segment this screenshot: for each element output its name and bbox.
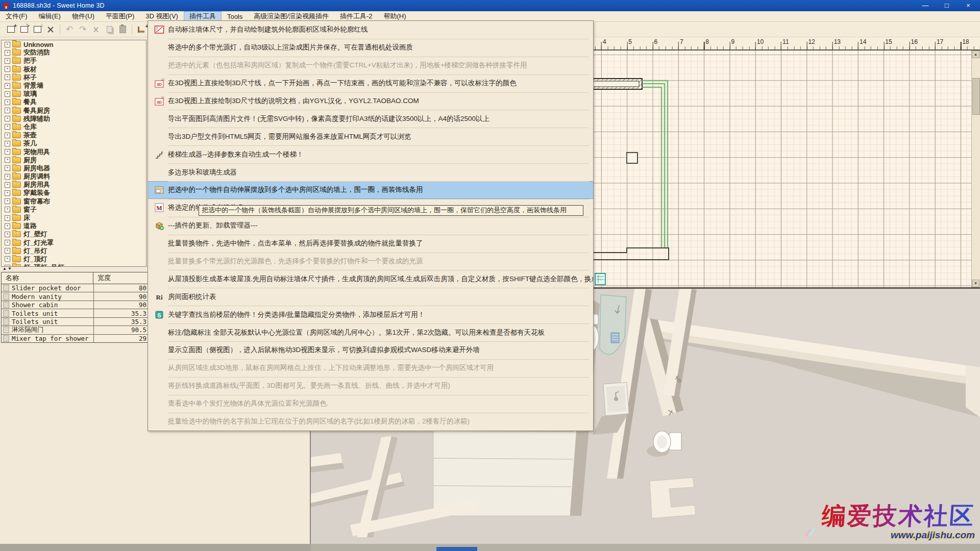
table-row[interactable]: Modern vanity90: [2, 292, 149, 300]
expand-icon[interactable]: +: [5, 91, 10, 97]
expand-icon[interactable]: +: [5, 74, 10, 80]
menubar-item-tools[interactable]: Tools: [222, 11, 248, 21]
tree-item[interactable]: +背景墙: [2, 82, 146, 90]
expand-icon[interactable]: +: [5, 116, 10, 121]
plugin-menu-item-22[interactable]: 查看选中单个发灯光物体的具体光源位置和光源颜色.: [148, 395, 593, 413]
expand-icon[interactable]: +: [5, 141, 10, 146]
table-row[interactable]: Shower cabin90: [2, 301, 149, 309]
plugin-menu-item-15[interactable]: 从屋顶投影生成基本坡屋顶.先用自动标注墙体尺寸插件，生成房顶的房间区域,生成后双…: [148, 270, 593, 288]
plan-wall-top[interactable]: [586, 79, 642, 89]
expand-icon[interactable]: +: [5, 248, 10, 254]
redo-icon[interactable]: [76, 23, 89, 36]
plugin-menu-item-19[interactable]: 显示立面图（侧视图），进入后鼠标拖动3D视图来显示，可切换到虚拟参观模式WASD…: [148, 341, 593, 359]
tree-item[interactable]: +杯子: [2, 73, 146, 82]
table-row[interactable]: Toilets unit35.3: [2, 318, 149, 326]
expand-icon[interactable]: +: [5, 240, 10, 245]
tree-item[interactable]: +玻璃: [2, 90, 146, 98]
plugin-menu-item-12[interactable]: ---插件的更新、卸载管理器---: [148, 217, 593, 235]
scroll-up-icon[interactable]: ▲: [972, 51, 979, 58]
plan-wall-bottom[interactable]: [586, 248, 669, 260]
menubar-item-advanced-render[interactable]: 高级渲染图/渲染视频插件: [248, 11, 334, 21]
open-icon[interactable]: [17, 23, 31, 36]
tree-item[interactable]: +餐具: [2, 98, 146, 106]
tree-item[interactable]: +灯_顶灯: [2, 255, 146, 263]
splitter-arrows[interactable]: ▲▼: [3, 266, 13, 271]
expand-icon[interactable]: +: [5, 207, 10, 212]
column-header[interactable]: 名称: [2, 272, 93, 284]
splitter-up-icon[interactable]: ▲: [3, 266, 8, 271]
plugin-menu-item-13[interactable]: 批量替换物件，先选中物件，点击本菜单，然后再选择要替换成的物件就批量替换了: [148, 235, 593, 253]
tree-item[interactable]: +厨房电器: [2, 164, 146, 172]
tree-item[interactable]: +厨房用具: [2, 181, 146, 189]
expand-icon[interactable]: +: [5, 99, 10, 105]
preferences-icon[interactable]: [44, 23, 57, 36]
tree-item[interactable]: +穿戴装备: [2, 189, 146, 197]
expand-icon[interactable]: +: [5, 223, 10, 229]
expand-icon[interactable]: +: [5, 66, 10, 72]
menubar-item-plan[interactable]: 平面图(P): [100, 11, 140, 21]
plan-label[interactable]: [595, 273, 605, 285]
tree-item[interactable]: +厨房调料: [2, 172, 146, 181]
splitter-down-icon[interactable]: ▼: [8, 266, 13, 271]
table-row[interactable]: 淋浴隔间门90.5: [2, 326, 149, 334]
menubar-item-furniture[interactable]: 物件(U): [66, 11, 100, 21]
menubar-item-plugin-tools[interactable]: 插件工具: [184, 11, 222, 21]
scrollbar-thumb[interactable]: [972, 78, 980, 115]
expand-icon[interactable]: +: [5, 133, 10, 138]
expand-icon[interactable]: +: [5, 190, 10, 196]
tree-item[interactable]: +灯_灯光罩: [2, 239, 146, 247]
plugin-menu-item-2[interactable]: 将选中的多个带光源灯，自动3级以上渲染成图片并保存。可在普通相机处设画质: [148, 39, 593, 57]
expand-icon[interactable]: +: [5, 50, 10, 56]
expand-icon[interactable]: +: [5, 232, 10, 237]
maximize-button[interactable]: □: [942, 0, 951, 11]
paste-icon[interactable]: [116, 23, 129, 36]
tree-item[interactable]: +把手: [2, 57, 146, 65]
expand-icon[interactable]: +: [5, 157, 10, 163]
tree-item[interactable]: +茶几: [2, 139, 146, 147]
expand-icon[interactable]: +: [5, 215, 10, 221]
expand-icon[interactable]: +: [5, 174, 10, 180]
plugin-menu-item-18[interactable]: 标注/隐藏标注 全部天花板默认中心光源位置（房间区域的几何中心）。第1次开，第2…: [148, 323, 593, 341]
menubar-item-edit[interactable]: 编辑(E): [33, 11, 66, 21]
expand-icon[interactable]: +: [5, 124, 10, 130]
plugin-menu-item-9[interactable]: 多边形块和玻璃生成器: [148, 163, 593, 181]
tree-item[interactable]: +床: [2, 214, 146, 222]
tree-item[interactable]: +厨房: [2, 156, 146, 164]
plan-selected-walls[interactable]: [642, 81, 668, 248]
plugin-menu-item-14[interactable]: 批量替换多个带光源灯的光源颜色，先选择多个要替换的灯物件和一个要改成的光源: [148, 253, 593, 270]
expand-icon[interactable]: +: [5, 108, 10, 113]
menubar-item-file[interactable]: 文件(F): [0, 11, 33, 21]
expand-icon[interactable]: +: [5, 256, 10, 262]
tree-item[interactable]: +残障辅助: [2, 115, 146, 123]
plugin-menu-item-10[interactable]: 把选中的一个物件自动伸展摆放到多个选中房间区域的墙上，围一圈，画装饰线条用: [148, 181, 593, 199]
plan-column[interactable]: [627, 153, 638, 163]
new-home-icon[interactable]: [4, 23, 17, 36]
table-row[interactable]: Toilets unit35.3: [2, 309, 149, 317]
tree-item[interactable]: +茶壶: [2, 131, 146, 139]
tree-item[interactable]: +宠物用具: [2, 147, 146, 156]
tree-item[interactable]: +道路: [2, 222, 146, 230]
tree-item[interactable]: +灯_吊灯: [2, 247, 146, 255]
plugin-menu-item-8[interactable]: 楼梯生成器--选择参数来自动生成一个楼梯！: [148, 145, 593, 163]
plugin-menu-item-7[interactable]: 导出3D户型文件到HTML5网页，需要用网站服务器来放置HTML网页才可以浏览: [148, 128, 593, 145]
copy-icon[interactable]: [103, 23, 116, 36]
plugin-menu-item-4[interactable]: 3D10在3D视图上直接绘制3D尺寸线，点一下开始画，再点一下结束画，画的线可能…: [148, 74, 593, 92]
tree-item[interactable]: +板材: [2, 65, 146, 73]
expand-icon[interactable]: +: [5, 149, 10, 155]
expand-icon[interactable]: +: [5, 42, 10, 47]
cut-icon[interactable]: [89, 23, 103, 36]
plugin-menu-item-6[interactable]: 导出平面图到高清图片文件！(无需SVG中转)，像素高度要打印A3纸的话建议350…: [148, 110, 593, 128]
expand-icon[interactable]: +: [5, 198, 10, 204]
expand-icon[interactable]: +: [5, 182, 10, 188]
expand-icon[interactable]: +: [5, 165, 10, 171]
column-header[interactable]: 宽度: [93, 273, 111, 283]
expand-icon[interactable]: +: [5, 83, 10, 89]
undo-icon[interactable]: [63, 23, 76, 36]
tree-item[interactable]: +窗帘幕布: [2, 197, 146, 206]
menubar-item-help[interactable]: 帮助(H): [378, 11, 411, 21]
menubar-item-view-3d[interactable]: 3D 视图(V): [140, 11, 184, 21]
plugin-menu-item-16[interactable]: Ri房间面积统计表: [148, 288, 593, 306]
table-row[interactable]: Slider pocket door80: [2, 284, 149, 292]
expand-icon[interactable]: +: [5, 58, 10, 64]
tree-item[interactable]: +安防消防: [2, 48, 146, 57]
